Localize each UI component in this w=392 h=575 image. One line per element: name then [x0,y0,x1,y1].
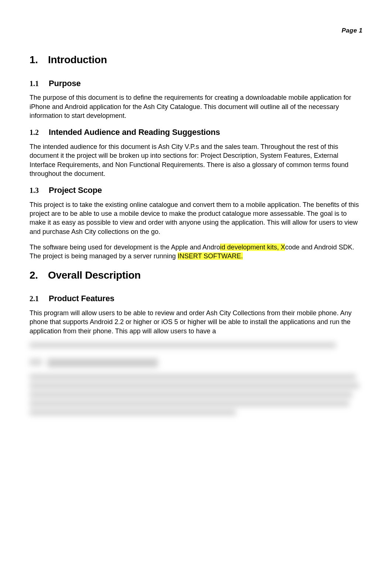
paragraph: The purpose of this document is to defin… [30,93,362,120]
highlighted-text: id development kits, X [220,244,285,251]
subsection-heading-1-3: 1.3 Project Scope [30,185,362,196]
text-run: The software being used for development … [30,244,220,251]
subsection-heading-2-1: 2.1 Product Features [30,293,362,304]
section-title: Overall Description [48,269,141,281]
subsection-title: Intended Audience and Reading Suggestion… [49,127,220,138]
section-num: 1. [30,53,48,67]
subsection-num: 1.2 [30,127,49,137]
highlighted-text: INSERT SOFTWARE. [178,252,243,260]
subsection-title: Purpose [49,78,81,89]
subsection-title: Product Features [49,293,114,304]
subsection-heading-1-2: 1.2 Intended Audience and Reading Sugges… [30,127,362,138]
page-number: Page 1 [30,27,362,35]
paragraph-with-highlight: The software being used for development … [30,243,362,261]
subsection-num: 2.1 [30,294,49,304]
subsection-heading-1-1: 1.1 Purpose [30,78,362,89]
section-num: 2. [30,268,48,282]
section-title: Introduction [48,54,107,65]
subsection-num: 1.3 [30,186,49,195]
paragraph: This project is to take the existing onl… [30,200,362,236]
paragraph: This program will allow users to be able… [30,309,362,336]
section-heading-2: 2.Overall Description [30,268,362,282]
blurred-preview-region [30,342,362,415]
paragraph: The intended audience for this document … [30,142,362,178]
subsection-num: 1.1 [30,79,49,89]
subsection-title: Project Scope [49,185,102,196]
section-heading-1: 1.Introduction [30,53,362,67]
